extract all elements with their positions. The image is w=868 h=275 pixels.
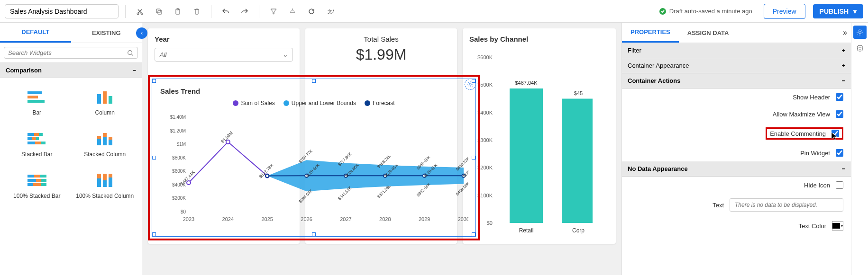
- pin-widget-checkbox[interactable]: [836, 149, 843, 157]
- widget-column[interactable]: Column: [74, 84, 137, 120]
- total-sales-value: $1.99M: [312, 46, 450, 63]
- section-container-actions[interactable]: Container Actions −: [622, 73, 851, 89]
- svg-rect-31: [34, 175, 40, 177]
- cursor-icon: [831, 132, 838, 141]
- dashboard-canvas[interactable]: Year All ⌄ Total Sales $1.99M Sales by C…: [142, 23, 621, 275]
- svg-rect-36: [27, 183, 33, 186]
- settings-rail-button[interactable]: [853, 26, 867, 39]
- tab-existing[interactable]: EXISTING: [71, 24, 142, 42]
- search-icon[interactable]: [127, 50, 134, 56]
- publish-button[interactable]: PUBLISH ▾: [813, 4, 863, 18]
- allow-maximize-checkbox[interactable]: [836, 110, 843, 118]
- autosave-text: Draft auto-saved a minute ago: [669, 8, 752, 15]
- channel-title: Sales by Channel: [469, 35, 609, 43]
- svg-rect-3: [158, 10, 162, 14]
- section-filter[interactable]: Filter +: [622, 43, 851, 58]
- chevron-down-icon: ⌄: [283, 51, 288, 58]
- svg-rect-20: [36, 137, 39, 140]
- cut-icon[interactable]: [132, 4, 147, 19]
- section-container-appearance[interactable]: Container Appearance +: [622, 58, 851, 73]
- section-comparison[interactable]: Comparison −: [0, 62, 142, 78]
- section-label: Filter: [628, 47, 641, 54]
- dashboard-name-input[interactable]: [5, 4, 119, 18]
- show-header-checkbox[interactable]: [836, 93, 843, 101]
- undo-icon[interactable]: [218, 4, 233, 19]
- svg-text:$1.20M: $1.20M: [170, 128, 186, 133]
- svg-rect-13: [103, 91, 107, 104]
- svg-text:$500K: $500K: [477, 82, 493, 88]
- filter-icon[interactable]: [266, 4, 281, 19]
- prop-enable-commenting-row: Enable Commenting: [622, 123, 851, 144]
- search-widgets-input[interactable]: [8, 49, 127, 56]
- svg-rect-16: [34, 133, 39, 136]
- paste-icon[interactable]: [170, 4, 185, 19]
- svg-text:2026: 2026: [301, 216, 312, 222]
- widget-settings-button[interactable]: [465, 79, 476, 90]
- text-color-picker[interactable]: ▾: [832, 221, 843, 231]
- svg-text:$400K: $400K: [477, 110, 493, 115]
- search-widgets-wrap: [4, 47, 138, 59]
- refresh-icon[interactable]: [304, 4, 319, 19]
- widget-stacked-column[interactable]: Stacked Column: [74, 125, 137, 161]
- expand-panel-icon[interactable]: »: [839, 25, 851, 41]
- copy-icon[interactable]: [151, 4, 166, 19]
- total-sales-label: Total Sales: [312, 35, 450, 43]
- data-rail-button[interactable]: [853, 42, 867, 55]
- svg-rect-55: [562, 99, 593, 223]
- svg-text:$300K: $300K: [477, 137, 493, 143]
- svg-rect-34: [36, 179, 41, 182]
- svg-text:$200K: $200K: [477, 165, 493, 170]
- autosave-status: Draft auto-saved a minute ago: [659, 8, 752, 15]
- channel-chart: $0$100K$200K$300K$400K$500K$600K$487.04K…: [469, 48, 593, 237]
- svg-rect-43: [109, 174, 112, 177]
- svg-text:2025: 2025: [261, 216, 273, 222]
- year-dropdown[interactable]: All ⌄: [155, 48, 293, 62]
- year-value: All: [160, 51, 166, 58]
- prop-label: Show Header: [793, 94, 830, 101]
- redo-icon[interactable]: [237, 4, 252, 19]
- palette-tabs: DEFAULT EXISTING ‹: [0, 23, 142, 43]
- sales-trend-selection[interactable]: Sales Trend Sum of Sales Upper and Lower…: [148, 75, 480, 240]
- prop-label: Enable Commenting: [770, 130, 826, 137]
- prop-allow-maximize: Allow Maximize View: [622, 106, 851, 123]
- preview-button[interactable]: Preview: [764, 4, 805, 19]
- delete-icon[interactable]: [189, 4, 204, 19]
- svg-rect-21: [27, 142, 35, 144]
- prop-label: Allow Maximize View: [773, 111, 830, 118]
- trend-title: Sales Trend: [160, 87, 467, 95]
- svg-rect-18: [27, 137, 32, 140]
- tab-assign-data[interactable]: ASSIGN DATA: [679, 24, 738, 42]
- svg-rect-9: [27, 91, 42, 94]
- svg-text:2029: 2029: [419, 216, 430, 222]
- prop-label: Pin Widget: [800, 150, 830, 157]
- svg-rect-29: [109, 137, 112, 140]
- divider: [259, 5, 259, 18]
- minus-icon: −: [841, 165, 845, 172]
- widget-100-stacked-bar[interactable]: 100% Stacked Bar: [6, 167, 68, 203]
- svg-text:$1M: $1M: [177, 142, 186, 147]
- svg-rect-11: [27, 100, 45, 103]
- translate-icon[interactable]: 文A: [323, 4, 338, 19]
- svg-text:2028: 2028: [379, 216, 391, 222]
- svg-rect-35: [41, 179, 46, 182]
- widget-label: Stacked Bar: [8, 151, 66, 158]
- svg-rect-32: [40, 175, 46, 177]
- theme-icon[interactable]: [285, 4, 300, 19]
- trend-legend: Sum of Sales Upper and Lower Bounds Fore…: [160, 100, 467, 106]
- collapse-palette-button[interactable]: ‹: [136, 27, 147, 39]
- tab-properties[interactable]: PROPERTIES: [622, 23, 679, 43]
- widget-bar[interactable]: Bar: [6, 84, 68, 120]
- widget-100-stacked-column[interactable]: 100% Stacked Column: [74, 167, 137, 203]
- legend-sum: Sum of Sales: [241, 100, 274, 106]
- tab-default[interactable]: DEFAULT: [0, 23, 71, 43]
- section-no-data[interactable]: No Data Appearance −: [622, 161, 851, 177]
- right-rail: [851, 23, 868, 275]
- svg-point-103: [858, 45, 862, 47]
- widget-stacked-bar[interactable]: Stacked Bar: [6, 125, 68, 161]
- prop-label: Text Color: [798, 222, 826, 230]
- svg-point-102: [859, 31, 861, 34]
- no-data-text-input[interactable]: [730, 198, 843, 212]
- hide-icon-checkbox[interactable]: [836, 181, 843, 189]
- widget-label: Bar: [8, 109, 66, 116]
- svg-rect-38: [41, 183, 46, 186]
